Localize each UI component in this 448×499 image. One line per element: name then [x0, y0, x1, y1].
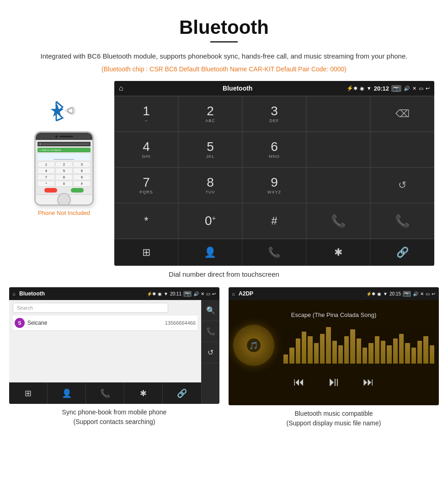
pb-btn-contacts[interactable]: 👤 [48, 383, 86, 404]
music-loc-icon: ◉ [377, 291, 381, 296]
phone-bottom-bar [36, 194, 92, 204]
screen-title-main: Bluetooth [129, 85, 347, 92]
eq-bar [393, 338, 398, 364]
pb-tool-phone[interactable]: 📞 [202, 321, 219, 342]
music-equalizer [283, 327, 434, 364]
dial-key-0[interactable]: 0+ [178, 203, 242, 239]
music-status-icons: ✱ ◉ ▼ 20:15 📷 🔊 ✕ ▭ ↩ [372, 291, 435, 297]
toolbar-contacts-button[interactable]: 👤 [178, 239, 242, 266]
info-line: (Bluetooth chip : CSR BC6 Default Blueto… [0, 65, 448, 73]
pb-contact-number: 13566664466 [165, 320, 196, 326]
toolbar-bluetooth-button[interactable]: ✱ [306, 239, 370, 266]
bt-music-note-icon: 🎵 [249, 341, 258, 350]
eq-bar [387, 345, 391, 364]
music-back-icon[interactable]: ↩ [432, 291, 435, 296]
phone-camera-icon [55, 135, 58, 138]
dial-key-8[interactable]: 8 TUV [178, 167, 242, 203]
subtitle: Integrated with BC6 Bluetooth module, su… [0, 51, 448, 62]
pb-btn-bt[interactable]: ✱ [124, 383, 163, 404]
pb-bt-icon: ✱ [152, 291, 156, 296]
pb-status-bar: ⌂ Bluetooth ⚡ ✱ ◉ ▼ 20:11 📷 🔊 ✕ ▭ ↩ [9, 287, 219, 300]
music-bt-icon: ✱ [372, 291, 375, 296]
pb-vol-icon[interactable]: 🔊 [193, 291, 199, 296]
dial-key-9[interactable]: 9 WXYZ [242, 167, 306, 203]
phone-mockup: + Add to Contacts __________ 123 456 789… [34, 131, 94, 206]
phonebook-panel: ⌂ Bluetooth ⚡ ✱ ◉ ▼ 20:11 📷 🔊 ✕ ▭ ↩ [9, 287, 219, 428]
pb-btn-link[interactable]: 🔗 [163, 383, 201, 404]
music-vol-icon[interactable]: 🔊 [413, 291, 418, 296]
dial-key-2[interactable]: 2 ABC [178, 96, 242, 132]
camera-icon[interactable]: 📷 [391, 85, 401, 92]
pb-win-icon[interactable]: ▭ [206, 291, 210, 296]
dial-key-4[interactable]: 4 GHI [114, 132, 178, 167]
toolbar-apps-button[interactable]: ⊞ [114, 239, 178, 266]
pb-loc-icon: ◉ [158, 291, 162, 296]
pb-cam-icon[interactable]: 📷 [183, 291, 192, 297]
home-icon[interactable]: ⌂ [119, 84, 123, 92]
usb-icon: ⚡ [347, 85, 353, 91]
eq-bar [308, 336, 312, 364]
music-status-bar: ⌂ A2DP ⚡ ✱ ◉ ▼ 20:15 📷 🔊 ✕ ▭ ↩ [229, 287, 439, 300]
music-cam-icon[interactable]: 📷 [403, 291, 411, 297]
eq-bar [314, 343, 319, 364]
phone-area: ★ [14, 81, 114, 216]
pb-contact-row[interactable]: S Seicane 13566664466 [13, 316, 197, 331]
pb-bottom-bar: ⊞ 👤 📞 ✱ 🔗 [9, 382, 201, 404]
eq-bar [296, 338, 300, 364]
pb-btn-phone[interactable]: 📞 [86, 383, 124, 404]
music-win-icon[interactable]: ▭ [426, 291, 430, 296]
eq-bar [423, 336, 428, 364]
dial-key-6[interactable]: 6 MNO [242, 132, 306, 167]
phone-keypad: 123 456 789 *0# [37, 161, 91, 187]
pb-home-icon[interactable]: ⌂ [13, 291, 16, 296]
dial-key-3[interactable]: 3 DEF [242, 96, 306, 132]
back-icon[interactable]: ↩ [426, 86, 430, 91]
toolbar-phone-button[interactable]: 📞 [242, 239, 306, 266]
pb-content: Search S Seicane 13566664466 [9, 300, 201, 382]
volume-icon[interactable]: 🔊 [404, 86, 410, 91]
window-icon[interactable]: ▭ [419, 86, 423, 91]
dial-key-hash[interactable]: # [242, 203, 306, 239]
eq-bar [399, 334, 404, 364]
music-screen-title: A2DP [239, 290, 366, 297]
eq-bar [283, 354, 288, 364]
pb-wrapper: Search S Seicane 13566664466 ⊞ 👤 📞 ✱ [9, 300, 219, 404]
next-track-button[interactable]: ⏭ [363, 376, 374, 388]
page-title: Bluetooth [0, 0, 448, 41]
dial-key-backspace[interactable]: ⌫ [370, 96, 434, 132]
dial-key-call-red[interactable]: 📞 [370, 203, 434, 239]
music-sig-icon: ▼ [383, 291, 388, 296]
dial-key-star[interactable]: * [114, 203, 178, 239]
eq-bar [289, 348, 294, 364]
bluetooth-signal-icon: ★ [46, 95, 82, 127]
dial-key-5[interactable]: 5 JKL [178, 132, 242, 167]
toolbar-link-button[interactable]: 🔗 [370, 239, 434, 266]
status-time-main: 20:12 [374, 85, 389, 92]
eq-bar [368, 343, 373, 364]
pb-right-toolbar: 🔍 📞 ↺ [201, 300, 219, 404]
pb-tool-refresh[interactable]: ↺ [202, 342, 219, 363]
status-bar-main: ⌂ Bluetooth ⚡ ✱ ◉ ▼ 20:12 📷 🔊 ✕ ▭ ↩ [114, 81, 434, 96]
music-x-icon[interactable]: ✕ [420, 291, 424, 296]
pb-back-icon[interactable]: ↩ [212, 291, 216, 296]
phone-top [36, 133, 92, 140]
dial-key-1[interactable]: 1 ∽ [114, 96, 178, 132]
music-song-title: Escape (The Pina Colada Song) [291, 311, 376, 318]
music-controls: ⏮ ⏯ ⏭ [293, 374, 374, 394]
pb-tool-search[interactable]: 🔍 [202, 300, 219, 321]
phonebook-screen: ⌂ Bluetooth ⚡ ✱ ◉ ▼ 20:11 📷 🔊 ✕ ▭ ↩ [9, 287, 219, 404]
eq-bar [332, 341, 337, 364]
dial-key-redial[interactable]: ↺ [370, 167, 434, 203]
pb-search-bar[interactable]: Search [13, 303, 168, 313]
pb-x-icon[interactable]: ✕ [201, 291, 204, 296]
dial-key-call-green[interactable]: 📞 [306, 203, 370, 239]
prev-track-button[interactable]: ⏮ [293, 376, 304, 388]
close-icon[interactable]: ✕ [412, 86, 416, 91]
pb-btn-apps[interactable]: ⊞ [9, 383, 48, 404]
music-home-icon[interactable]: ⌂ [232, 291, 235, 296]
play-pause-button[interactable]: ⏯ [327, 374, 340, 389]
eq-bar [320, 334, 325, 364]
bottom-toolbar-main: ⊞ 👤 📞 ✱ 🔗 [114, 239, 434, 266]
music-caption: Bluetooth music compatible(Support displ… [287, 409, 381, 428]
dial-key-7[interactable]: 7 PQRS [114, 167, 178, 203]
